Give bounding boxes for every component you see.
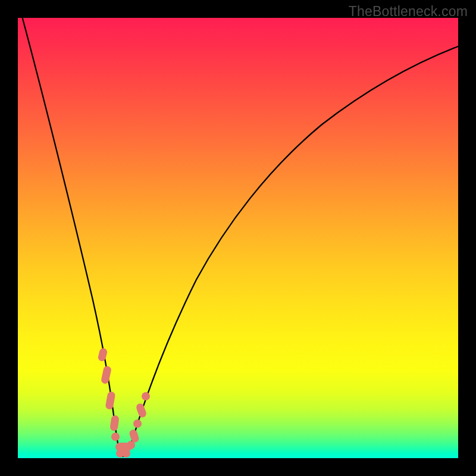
svg-rect-2 <box>105 391 115 410</box>
watermark-text: TheBottleneck.com <box>349 4 468 20</box>
bottleneck-curve <box>21 18 458 456</box>
svg-point-4 <box>111 433 120 441</box>
svg-rect-1 <box>101 365 112 384</box>
svg-rect-3 <box>109 415 119 431</box>
plot-area <box>18 18 458 458</box>
svg-rect-0 <box>98 347 108 362</box>
svg-rect-11 <box>135 402 147 418</box>
chart-frame: TheBottleneck.com <box>0 0 476 476</box>
svg-point-12 <box>142 392 150 400</box>
svg-point-7 <box>122 449 130 458</box>
svg-point-10 <box>133 419 142 428</box>
curve-layer <box>18 18 458 458</box>
